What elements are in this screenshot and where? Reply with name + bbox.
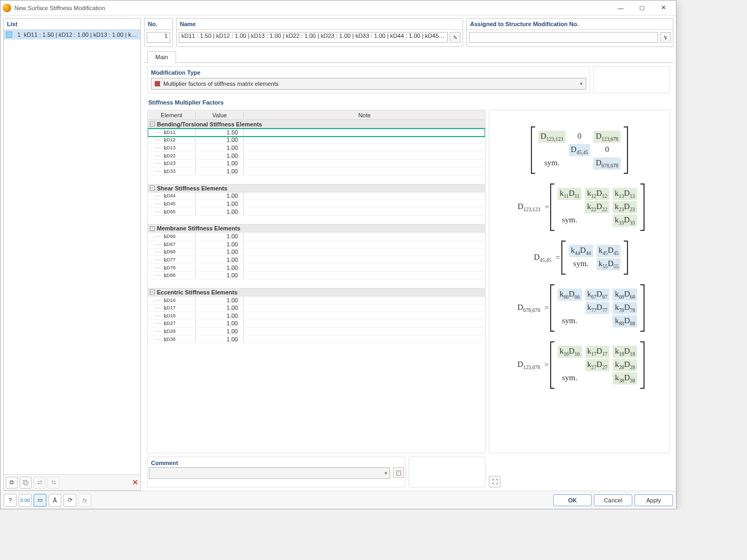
cell-value[interactable]: 1.00 bbox=[196, 233, 244, 239]
copy-item-button[interactable]: ⿻ bbox=[20, 477, 31, 489]
data-row[interactable]: kD381.00 bbox=[148, 335, 485, 343]
edit-name-button[interactable]: ✎ bbox=[450, 32, 460, 43]
assigned-input[interactable] bbox=[469, 32, 658, 43]
cell-value[interactable]: 1.00 bbox=[196, 209, 244, 215]
data-row[interactable]: kD671.00 bbox=[148, 241, 485, 249]
popout-button[interactable]: ⛶ bbox=[489, 476, 500, 487]
cell-element: kD27 bbox=[148, 320, 196, 326]
cell-value[interactable]: 1.00 bbox=[196, 320, 244, 326]
data-row[interactable]: kD781.00 bbox=[148, 264, 485, 272]
data-row[interactable]: kD131.00 bbox=[148, 144, 485, 152]
cell-value[interactable]: 1.00 bbox=[196, 265, 244, 271]
data-row[interactable]: kD331.00 bbox=[148, 167, 485, 175]
delete-item-button[interactable]: ✕ bbox=[132, 478, 138, 486]
no-input[interactable]: 1 bbox=[147, 32, 170, 43]
cell-element: kD38 bbox=[148, 336, 196, 342]
matrix-cell: sym. bbox=[558, 372, 582, 385]
data-row[interactable]: kD681.00 bbox=[148, 249, 485, 257]
cell-value[interactable]: 1.50 bbox=[196, 129, 244, 135]
modification-type-select[interactable]: Multiplier factors of stiffness matrix e… bbox=[151, 78, 586, 90]
cell-value[interactable]: 1.00 bbox=[196, 153, 244, 159]
matrix-cell: k44D44 bbox=[569, 245, 593, 257]
cell-value[interactable]: 1.00 bbox=[196, 257, 244, 263]
ok-button[interactable]: OK bbox=[553, 494, 592, 506]
empty-block-1 bbox=[593, 66, 670, 93]
cell-element: kD33 bbox=[148, 168, 196, 174]
comment-block: Comment ▾ 📋 bbox=[147, 457, 406, 487]
data-row[interactable]: kD271.00 bbox=[148, 320, 485, 328]
comment-combo[interactable]: ▾ bbox=[149, 467, 390, 479]
cell-value[interactable]: 1.00 bbox=[196, 336, 244, 342]
cell-value[interactable]: 1.00 bbox=[196, 137, 244, 143]
cell-value[interactable]: 1.00 bbox=[196, 272, 244, 278]
assigned-pick-button[interactable]: ↯ bbox=[660, 32, 671, 43]
cell-value[interactable]: 1.00 bbox=[196, 168, 244, 174]
minimize-button[interactable]: — bbox=[610, 1, 631, 15]
collapse-icon[interactable]: − bbox=[150, 226, 155, 231]
cell-value[interactable]: 1.00 bbox=[196, 160, 244, 166]
new-item-button[interactable]: ⧉ bbox=[6, 477, 18, 489]
data-row[interactable]: kD161.00 bbox=[148, 297, 485, 305]
collapse-icon[interactable]: − bbox=[150, 290, 155, 294]
group-row[interactable]: −Membrane Stiffness Elements bbox=[148, 224, 485, 233]
cell-value[interactable]: 1.00 bbox=[196, 305, 244, 311]
apply-button[interactable]: Apply bbox=[634, 494, 673, 506]
cell-element: kD78 bbox=[148, 265, 196, 271]
data-row[interactable]: kD551.00 bbox=[148, 208, 485, 216]
col-note: Note bbox=[244, 112, 485, 118]
view-button-1[interactable]: ▭ bbox=[34, 494, 46, 507]
units-button[interactable]: 0.00 bbox=[19, 494, 31, 507]
empty-block-2 bbox=[409, 457, 486, 487]
tab-main[interactable]: Main bbox=[147, 51, 176, 63]
group-row[interactable]: −Eccentric Stiffness Elements bbox=[148, 288, 485, 297]
refresh-button[interactable]: ⟳ bbox=[63, 494, 76, 507]
no-label: No. bbox=[145, 19, 172, 30]
group-label: Bending/Torsional Stiffness Elements bbox=[157, 121, 262, 127]
data-row[interactable]: kD661.00 bbox=[148, 233, 485, 241]
view-button-2[interactable]: Å bbox=[49, 494, 61, 507]
data-row[interactable]: kD221.00 bbox=[148, 152, 485, 160]
cell-value[interactable]: 1.00 bbox=[196, 241, 244, 247]
matrix-cell bbox=[538, 144, 566, 156]
cell-value[interactable]: 1.00 bbox=[196, 145, 244, 151]
data-row[interactable]: kD171.00 bbox=[148, 305, 485, 313]
list-body[interactable]: 1kD11 : 1.50 | kD12 : 1.00 | kD13 : 1.00… bbox=[4, 30, 140, 474]
cancel-button[interactable]: Cancel bbox=[594, 494, 632, 506]
comment-library-button[interactable]: 📋 bbox=[393, 467, 404, 478]
help-button[interactable]: ? bbox=[4, 494, 17, 507]
cell-value[interactable]: 1.00 bbox=[196, 249, 244, 255]
list-item[interactable]: 1kD11 : 1.50 | kD12 : 1.00 | kD13 : 1.00… bbox=[4, 30, 140, 39]
maximize-button[interactable]: ▢ bbox=[631, 1, 653, 15]
collapse-icon[interactable]: − bbox=[150, 122, 155, 126]
data-row[interactable]: kD281.00 bbox=[148, 327, 485, 335]
data-row[interactable]: kD451.00 bbox=[148, 200, 485, 208]
matrix-cell: k28D28 bbox=[613, 359, 637, 371]
matrix-cell: D45,45 bbox=[569, 144, 591, 156]
move-up-button: ⇄ bbox=[34, 477, 45, 489]
fx-button: fx bbox=[78, 494, 91, 507]
data-row[interactable]: kD181.00 bbox=[148, 312, 485, 320]
close-button[interactable]: ✕ bbox=[653, 1, 674, 15]
no-panel: No. 1 bbox=[144, 18, 173, 47]
group-row[interactable]: −Bending/Torsional Stiffness Elements bbox=[148, 120, 485, 129]
cell-value[interactable]: 1.00 bbox=[196, 297, 244, 303]
group-row[interactable]: −Shear Stiffness Elements bbox=[148, 184, 485, 193]
matrix-label: D123,678 bbox=[518, 360, 541, 370]
matrix-cell: 0 bbox=[593, 144, 621, 156]
data-row[interactable]: kD111.50 bbox=[148, 129, 485, 137]
matrix-label: D123,123 bbox=[518, 202, 541, 212]
data-row[interactable]: kD441.00 bbox=[148, 193, 485, 201]
data-row[interactable]: kD771.00 bbox=[148, 256, 485, 264]
cell-value[interactable]: 1.00 bbox=[196, 201, 244, 207]
cell-value[interactable]: 1.00 bbox=[196, 313, 244, 319]
data-row[interactable]: kD121.00 bbox=[148, 137, 485, 145]
cell-element: kD28 bbox=[148, 328, 196, 334]
name-input[interactable]: kD11 : 1.50 | kD12 : 1.00 | kD13 : 1.00 … bbox=[179, 32, 448, 43]
data-row[interactable]: kD231.00 bbox=[148, 159, 485, 167]
data-row[interactable]: kD881.00 bbox=[148, 271, 485, 279]
group-label: Shear Stiffness Elements bbox=[157, 185, 227, 191]
cell-element: kD44 bbox=[148, 193, 196, 199]
cell-value[interactable]: 1.00 bbox=[196, 193, 244, 199]
collapse-icon[interactable]: − bbox=[150, 186, 155, 190]
cell-value[interactable]: 1.00 bbox=[196, 328, 244, 334]
